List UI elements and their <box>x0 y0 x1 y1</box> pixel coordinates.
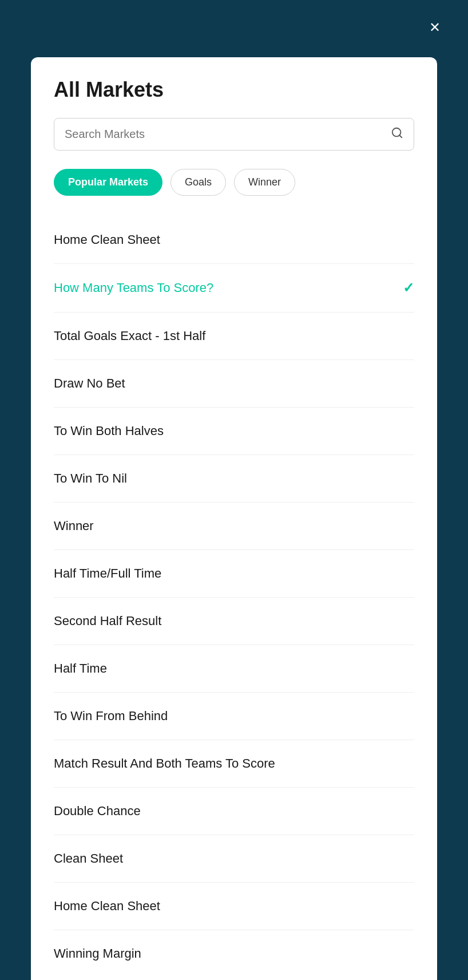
modal: All Markets Popular Markets Goals Winner… <box>31 57 437 980</box>
market-item-label: Winning Margin <box>54 946 141 961</box>
market-item-label: Clean Sheet <box>54 851 123 866</box>
market-item[interactable]: Match Result And Both Teams To Score <box>54 740 414 788</box>
market-item-label: Winner <box>54 519 94 534</box>
market-item-label: Home Clean Sheet <box>54 232 160 247</box>
market-item[interactable]: To Win From Behind <box>54 693 414 740</box>
close-button[interactable]: ✕ <box>425 17 445 38</box>
market-item[interactable]: How Many Teams To Score? ✓ <box>54 264 414 313</box>
market-item[interactable]: Half Time/Full Time <box>54 550 414 598</box>
modal-title: All Markets <box>54 78 414 102</box>
market-item-label: To Win To Nil <box>54 471 127 486</box>
filter-tab-winner[interactable]: Winner <box>234 169 295 196</box>
filter-tabs: Popular Markets Goals Winner <box>54 169 414 196</box>
market-item[interactable]: Draw No Bet <box>54 360 414 408</box>
market-item[interactable]: Double Chance <box>54 788 414 835</box>
market-item-label: Double Chance <box>54 804 141 819</box>
svg-line-1 <box>399 135 402 137</box>
market-item-label: Draw No Bet <box>54 376 125 391</box>
market-item-label: To Win From Behind <box>54 709 168 724</box>
market-item[interactable]: Second Half Result <box>54 598 414 645</box>
market-item[interactable]: Winner <box>54 503 414 550</box>
market-list: Home Clean Sheet How Many Teams To Score… <box>54 216 414 977</box>
market-item-label: Half Time <box>54 661 107 676</box>
search-icon <box>391 127 403 142</box>
market-item[interactable]: Half Time <box>54 645 414 693</box>
overlay: ✕ All Markets Popular Markets Goals Winn… <box>0 0 468 980</box>
search-bar <box>54 118 414 151</box>
market-item[interactable]: Home Clean Sheet <box>54 883 414 930</box>
market-item-label: Match Result And Both Teams To Score <box>54 756 275 771</box>
check-icon: ✓ <box>403 280 414 296</box>
market-item[interactable]: Total Goals Exact - 1st Half <box>54 313 414 360</box>
close-icon: ✕ <box>429 19 441 35</box>
market-item-label: Total Goals Exact - 1st Half <box>54 329 205 343</box>
filter-tab-popular[interactable]: Popular Markets <box>54 169 162 196</box>
market-item-label: Half Time/Full Time <box>54 566 161 581</box>
market-item[interactable]: Winning Margin <box>54 930 414 977</box>
market-item[interactable]: To Win To Nil <box>54 455 414 503</box>
search-input[interactable] <box>65 128 391 141</box>
market-item-label: How Many Teams To Score? <box>54 280 213 295</box>
market-item[interactable]: Home Clean Sheet <box>54 216 414 264</box>
market-item-label: Home Clean Sheet <box>54 899 160 914</box>
filter-tab-goals[interactable]: Goals <box>170 169 226 196</box>
market-item[interactable]: To Win Both Halves <box>54 408 414 455</box>
market-item[interactable]: Clean Sheet <box>54 835 414 883</box>
market-item-label: To Win Both Halves <box>54 424 164 438</box>
market-item-label: Second Half Result <box>54 614 161 629</box>
